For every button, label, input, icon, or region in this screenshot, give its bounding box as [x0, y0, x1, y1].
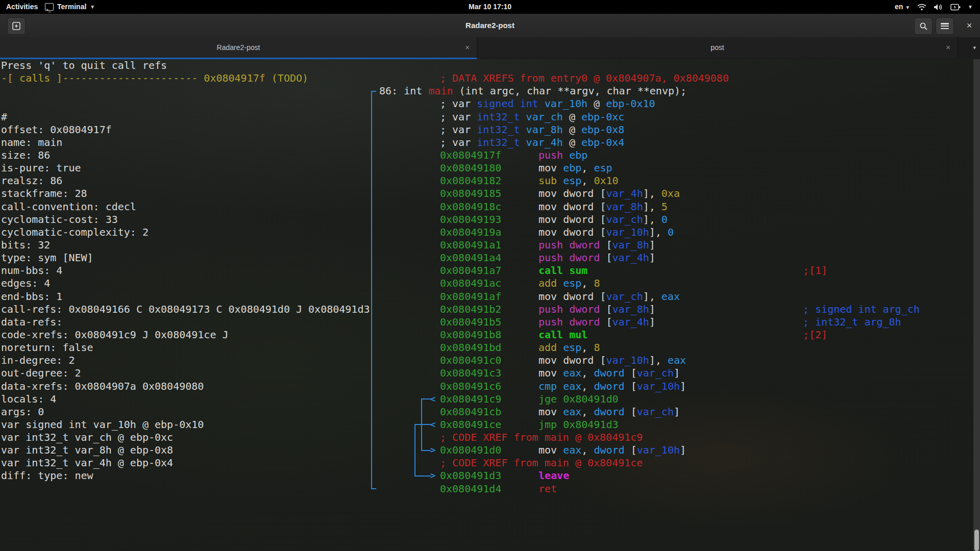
window-title: Radare2-post [0, 14, 980, 37]
scrollbar-thumb[interactable] [974, 530, 979, 551]
terminal-line: 0x08049182 [440, 174, 501, 188]
terminal-line: 0x0804919a [440, 226, 501, 239]
function-bracket [371, 91, 376, 92]
terminal-line: mov dword [var_ch], 0 [538, 213, 668, 227]
close-window-button[interactable]: × [962, 17, 977, 34]
jump-arrow [414, 475, 431, 477]
terminal-line: mov ebp, esp [538, 162, 612, 175]
terminal-line: end-bbs: 1 [1, 290, 62, 304]
terminal-line: ; CODE XREF from main @ 0x80491ce [440, 457, 643, 470]
terminal-line: var int32_t var_ch @ ebp-0xc [1, 431, 173, 444]
terminal-line: add esp, 8 [538, 341, 600, 355]
terminal-line: ; var int32_t var_4h @ ebp-0x4 [440, 136, 624, 149]
terminal-line: 0x080491c0 [440, 354, 501, 367]
terminal-line: # [1, 111, 7, 124]
new-tab-icon [12, 21, 21, 31]
terminal-line: ; var signed int var_10h @ ebp-0x10 [440, 97, 655, 111]
search-button[interactable] [914, 17, 933, 35]
terminal-line: 0x080491d4 [440, 483, 501, 496]
chevron-down-icon: ▼ [90, 0, 95, 14]
terminal-line: 0x0804918c [440, 201, 501, 214]
terminal-line: 0x080491a1 [440, 239, 501, 252]
terminal-line: cyclomatic-cost: 33 [1, 213, 118, 227]
close-tab-icon[interactable]: × [946, 37, 950, 58]
terminal-line: 0x080491d3 [440, 469, 501, 483]
terminal-line: add esp, 8 [538, 277, 600, 290]
terminal-line: var int32_t var_8h @ ebp-0x8 [1, 444, 173, 457]
terminal-line: 0x080491c3 [440, 367, 501, 380]
terminal-line: data-refs: [1, 316, 62, 329]
terminal-line: ; CODE XREF from main @ 0x80491c9 [440, 431, 643, 444]
terminal-line: mov dword [var_8h], 5 [538, 201, 668, 214]
tab-post[interactable]: post × [477, 37, 958, 58]
terminal-line: bits: 32 [1, 239, 50, 252]
terminal-line: ret [538, 483, 557, 496]
battery-charging-icon [950, 4, 961, 11]
close-tab-icon[interactable]: × [465, 37, 470, 58]
terminal-line: ; int32_t arg_8h [803, 316, 901, 329]
terminal-line: call-refs: 0x08049166 C 0x08049173 C 0x0… [1, 303, 370, 316]
terminal-line: cyclomatic-complexity: 2 [1, 226, 149, 239]
jump-arrow [414, 424, 415, 477]
terminal-line: var signed int var_10h @ ebp-0x10 [1, 418, 204, 432]
tab-label: Radare2-post [0, 37, 477, 58]
activities-button[interactable]: Activities [6, 0, 38, 14]
desktop: Activities Terminal ▼ Mar 10 17:10 en ▼ [0, 0, 980, 551]
new-tab-button[interactable] [7, 17, 26, 35]
terminal-line: name: main [1, 136, 62, 149]
jump-arrowhead: > [430, 444, 435, 457]
terminal-line: locals: 4 [1, 393, 56, 406]
terminal-line: mov dword [var_10h], eax [538, 354, 686, 367]
system-status-area[interactable]: en ▼ ▼ [895, 0, 973, 14]
terminal-line: ;[2] [803, 329, 827, 342]
terminal-line: 0x080491a7 [440, 264, 501, 278]
tab-label: post [477, 37, 958, 58]
terminal-line: size: 86 [1, 149, 50, 162]
terminal-line: ;[1] [803, 264, 827, 278]
terminal-line: edges: 4 [1, 277, 50, 290]
clock[interactable]: Mar 10 17:10 [0, 0, 980, 14]
terminal-line: push dword [var_4h] [538, 252, 655, 265]
terminal-app-icon [45, 3, 54, 11]
tab-bar: Radare2-post × post × ▾ [0, 37, 980, 59]
menu-button[interactable] [936, 17, 954, 35]
terminal-line: mov dword [var_10h], 0 [538, 226, 674, 239]
terminal-line: 0x080491a4 [440, 252, 501, 265]
terminal-app-menu[interactable]: Terminal ▼ [45, 0, 95, 14]
keyboard-layout-indicator[interactable]: en ▼ [895, 0, 910, 14]
terminal-line: ; signed int arg_ch [803, 303, 920, 316]
terminal-line: args: 0 [1, 406, 44, 419]
tab-radare2-post[interactable]: Radare2-post × [0, 37, 477, 59]
terminal-viewport[interactable]: Press 'q' to quit call refs-[ calls ]---… [0, 59, 980, 551]
terminal-line: 0x080491b2 [440, 303, 501, 316]
jump-arrowhead: < [430, 418, 435, 431]
chevron-down-icon: ▼ [905, 5, 910, 10]
scrollbar-track[interactable] [973, 59, 980, 551]
gnome-top-bar: Activities Terminal ▼ Mar 10 17:10 en ▼ [0, 0, 980, 14]
chevron-down-icon: ▼ [968, 0, 973, 14]
terminal-line: jmp 0x80491d3 [538, 418, 619, 432]
terminal-line: stackframe: 28 [1, 187, 87, 201]
window-title-bar[interactable]: Radare2-post × [0, 14, 980, 38]
terminal-line: data-xrefs: 0x0804907a 0x08049080 [1, 380, 204, 393]
terminal-line: is-pure: true [1, 162, 81, 175]
jump-arrowhead: > [430, 469, 435, 482]
terminal-line: call-convention: cdecl [1, 201, 136, 214]
terminal-line: 0x080491b5 [440, 316, 501, 329]
terminal-line: cmp eax, dword [var_10h] [538, 380, 686, 393]
terminal-line: code-xrefs: 0x080491c9 J 0x080491ce J [1, 329, 229, 342]
volume-icon [934, 4, 943, 11]
terminal-line: ; DATA XREFS from entry0 @ 0x804907a, 0x… [440, 72, 729, 85]
tab-list-dropdown[interactable]: ▾ [973, 37, 976, 58]
terminal-line: 0x080491b8 [440, 329, 501, 342]
terminal-line: push dword [var_8h] [538, 303, 655, 316]
terminal-line: 86: int main (int argc, char **argv, cha… [379, 85, 687, 98]
jump-arrow [421, 398, 431, 399]
terminal-line: ; var int32_t var_8h @ ebp-0x8 [440, 123, 624, 137]
terminal-line: jge 0x80491d0 [538, 393, 619, 406]
function-bracket [371, 488, 376, 489]
jump-arrow [414, 424, 431, 425]
terminal-line: 0x080491ce [440, 418, 501, 432]
terminal-line: call sum [538, 264, 587, 278]
terminal-line: realsz: 86 [1, 174, 62, 188]
